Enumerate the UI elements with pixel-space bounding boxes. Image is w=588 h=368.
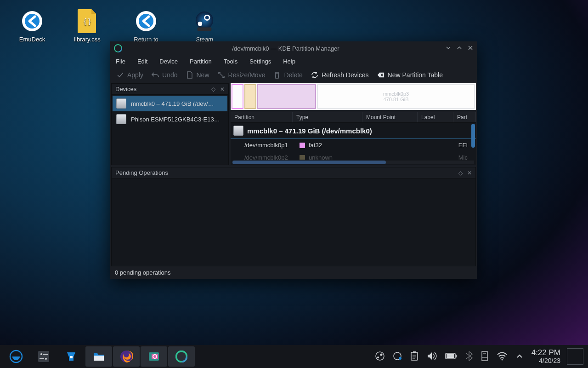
svg-point-27 bbox=[377, 356, 379, 358]
pending-list bbox=[112, 178, 475, 266]
show-desktop-button[interactable] bbox=[567, 348, 583, 365]
col-partition[interactable]: Partition bbox=[231, 112, 293, 122]
steam-app-icon bbox=[192, 8, 217, 34]
menubar: File Edit Device Partition Tools Setting… bbox=[110, 55, 477, 68]
taskbar-settings-icon[interactable] bbox=[30, 346, 57, 367]
emudeck-app-icon bbox=[19, 8, 45, 34]
table-row[interactable]: /dev/mmcblk0p1 fat32 EFI bbox=[231, 139, 476, 151]
partition-segment-p3[interactable]: mmcblk0p3 470.81 GiB bbox=[317, 84, 475, 109]
return-app-icon bbox=[133, 8, 159, 34]
update-tray-icon[interactable] bbox=[393, 351, 402, 362]
svg-rect-10 bbox=[198, 27, 212, 31]
desktop-icon-emudeck[interactable]: EmuDeck bbox=[5, 8, 60, 43]
clipboard-tray-icon[interactable] bbox=[410, 351, 418, 362]
taskbar-clock[interactable]: 4:22 PM 4/20/23 bbox=[531, 349, 560, 364]
undo-button[interactable]: Undo bbox=[152, 71, 177, 79]
pending-panel-title: Pending Operations bbox=[115, 169, 168, 176]
check-icon bbox=[117, 71, 124, 79]
taskbar-discover-icon[interactable] bbox=[58, 346, 85, 367]
refresh-icon bbox=[311, 71, 318, 79]
system-tray bbox=[375, 351, 525, 362]
taskbar-spectacle-icon[interactable] bbox=[141, 346, 167, 367]
steam-tray-icon[interactable] bbox=[375, 351, 384, 362]
pending-operations-panel: Pending Operations ◇ ✕ bbox=[111, 167, 476, 266]
desktop-icon-librarycss[interactable]: { } library.css bbox=[60, 8, 115, 43]
new-file-icon bbox=[186, 71, 193, 79]
disk-tray-icon[interactable] bbox=[481, 351, 488, 362]
start-button[interactable] bbox=[3, 346, 29, 367]
disk-row-header[interactable]: mmcblk0 – 471.19 GiB (/dev/mmcblk0) bbox=[231, 123, 476, 139]
taskbar-firefox-icon[interactable] bbox=[113, 346, 140, 367]
maximize-button[interactable] bbox=[457, 45, 462, 52]
menu-help[interactable]: Help bbox=[283, 58, 295, 65]
chevron-up-icon[interactable] bbox=[516, 352, 523, 361]
panel-close-icon[interactable]: ✕ bbox=[220, 86, 225, 92]
desktop-icon-returnto[interactable]: Return to bbox=[119, 8, 174, 43]
menu-file[interactable]: File bbox=[116, 58, 125, 65]
partition-dev: /dev/mmcblk0p1 bbox=[244, 142, 296, 149]
svg-rect-34 bbox=[456, 355, 457, 357]
partition-seg-size: 470.81 GiB bbox=[383, 97, 408, 102]
minimize-button[interactable] bbox=[446, 45, 451, 52]
svg-point-8 bbox=[205, 16, 209, 20]
resize-icon bbox=[218, 71, 225, 79]
taskbar-partitionmanager-icon[interactable] bbox=[168, 346, 195, 367]
svg-point-25 bbox=[376, 352, 384, 360]
taskbar-dolphin-icon[interactable] bbox=[85, 346, 112, 367]
partition-type: unknown bbox=[309, 154, 333, 160]
bluetooth-tray-icon[interactable] bbox=[465, 351, 473, 362]
desktop-icon-steam[interactable]: Steam bbox=[177, 8, 232, 43]
devices-panel-title: Devices bbox=[115, 86, 136, 92]
svg-point-36 bbox=[501, 359, 503, 360]
horizontal-scrollbar[interactable] bbox=[232, 161, 474, 164]
toolbar: Apply Undo New Resize/Move Delete Refres… bbox=[110, 68, 477, 83]
device-item[interactable]: mmcblk0 – 471.19 GiB (/dev/… bbox=[113, 96, 227, 111]
panel-close-icon[interactable]: ✕ bbox=[467, 170, 472, 176]
svg-point-6 bbox=[196, 12, 213, 29]
col-type[interactable]: Type bbox=[293, 112, 362, 122]
svg-point-16 bbox=[45, 358, 47, 360]
newtable-button[interactable]: New Partition Table bbox=[377, 71, 443, 79]
partition-table: Partition Type Mount Point Label Part mm… bbox=[231, 112, 476, 165]
device-item[interactable]: Phison ESMP512GKB4C3-E13… bbox=[113, 111, 227, 127]
delete-button[interactable]: Delete bbox=[273, 71, 302, 79]
partition-segment-p2[interactable] bbox=[244, 84, 256, 109]
panel-float-icon[interactable]: ◇ bbox=[211, 86, 215, 92]
app-icon bbox=[114, 44, 122, 52]
svg-point-9 bbox=[198, 22, 203, 26]
partition-segment-fill[interactable] bbox=[257, 84, 316, 109]
wifi-tray-icon[interactable] bbox=[497, 351, 508, 362]
statusbar: 0 pending operations bbox=[110, 266, 477, 279]
table-row[interactable]: /dev/mmcblk0p2 unknown Mic bbox=[231, 151, 476, 160]
new-button[interactable]: New bbox=[186, 71, 209, 79]
refresh-button[interactable]: Refresh Devices bbox=[311, 71, 369, 79]
col-mount[interactable]: Mount Point bbox=[362, 112, 418, 122]
backspace-icon bbox=[377, 71, 384, 79]
svg-point-1 bbox=[25, 14, 40, 29]
menu-edit[interactable]: Edit bbox=[137, 58, 147, 65]
partition-seg-name: mmcblk0p3 bbox=[383, 91, 409, 97]
partition-bar[interactable]: mmcblk0p3 470.81 GiB bbox=[231, 83, 476, 110]
partition-flag: Mic bbox=[458, 154, 468, 160]
undo-icon bbox=[152, 71, 159, 79]
col-label[interactable]: Label bbox=[418, 112, 453, 122]
menu-tools[interactable]: Tools bbox=[224, 58, 237, 65]
menu-settings[interactable]: Settings bbox=[249, 58, 271, 65]
resize-button[interactable]: Resize/Move bbox=[218, 71, 266, 79]
volume-tray-icon[interactable] bbox=[427, 351, 437, 362]
titlebar[interactable]: /dev/mmcblk0 — KDE Partition Manager bbox=[110, 41, 477, 55]
menu-partition[interactable]: Partition bbox=[190, 58, 212, 65]
svg-point-4 bbox=[139, 14, 153, 29]
disk-icon bbox=[116, 98, 126, 109]
apply-button[interactable]: Apply bbox=[117, 71, 143, 79]
battery-tray-icon[interactable] bbox=[445, 352, 457, 361]
vertical-scrollbar[interactable] bbox=[471, 124, 475, 148]
close-button[interactable] bbox=[468, 45, 473, 52]
partition-segment-p1[interactable] bbox=[232, 84, 243, 109]
col-flags[interactable]: Part bbox=[453, 112, 476, 122]
type-color-swatch bbox=[300, 143, 305, 148]
panel-float-icon[interactable]: ◇ bbox=[458, 170, 463, 176]
desktop-icon-label: EmuDeck bbox=[19, 36, 45, 43]
menu-device[interactable]: Device bbox=[159, 58, 178, 65]
partition-type: fat32 bbox=[309, 142, 322, 149]
